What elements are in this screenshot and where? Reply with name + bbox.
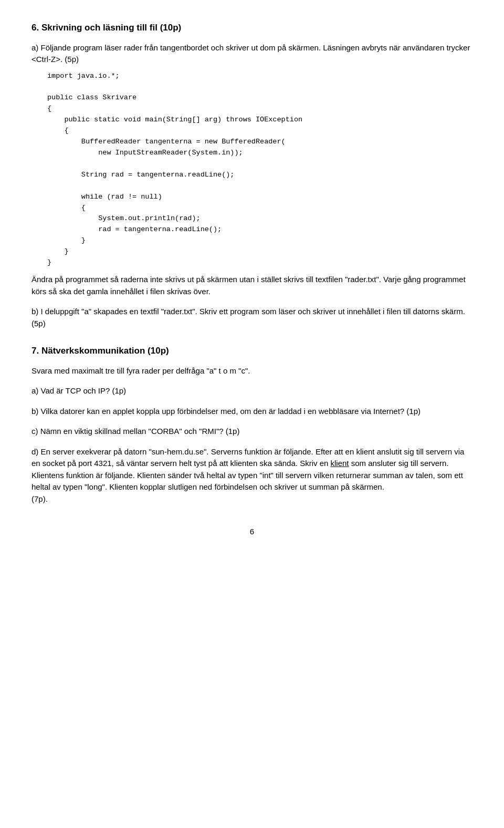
part-b-intro: b) I deluppgift "a" skapades en textfil … bbox=[32, 306, 472, 329]
part-a-desc1: Ändra på programmet så raderna inte skri… bbox=[32, 274, 472, 297]
code-block: import java.io.*; public class Skrivare … bbox=[47, 71, 472, 269]
section-7: 7. Nätverkskommunikation (10p) Svara med… bbox=[32, 344, 472, 505]
part-7c: c) Nämn en viktig skillnad mellan "CORBA… bbox=[32, 426, 472, 438]
part-7d-text: d) En server exekverar på datorn "sun-he… bbox=[32, 446, 472, 505]
part-b: b) I deluppgift "a" skapades en textfil … bbox=[32, 306, 472, 329]
part-a: a) Följande program läser rader från tan… bbox=[32, 42, 472, 298]
section-7-intro: Svara med maximalt tre till fyra rader p… bbox=[32, 365, 472, 377]
section-6: 6. Skrivning och läsning till fil (10p) … bbox=[32, 21, 472, 329]
section-6-title: 6. Skrivning och läsning till fil (10p) bbox=[32, 21, 472, 35]
part-7a: a) Vad är TCP och IP? (1p) bbox=[32, 385, 472, 397]
part-7c-text: c) Nämn en viktig skillnad mellan "CORBA… bbox=[32, 426, 472, 438]
section-7-title: 7. Nätverkskommunikation (10p) bbox=[32, 344, 472, 358]
part-7d-underline: klient bbox=[330, 459, 349, 468]
page-number: 6 bbox=[32, 526, 472, 538]
part-a-intro: a) Följande program läser rader från tan… bbox=[32, 42, 472, 66]
part-7d-points: (7p). bbox=[32, 494, 48, 503]
part-7a-text: a) Vad är TCP och IP? (1p) bbox=[32, 385, 472, 397]
part-7b: b) Vilka datorer kan en applet koppla up… bbox=[32, 406, 472, 418]
part-7b-text: b) Vilka datorer kan en applet koppla up… bbox=[32, 406, 472, 418]
part-7d: d) En server exekverar på datorn "sun-he… bbox=[32, 446, 472, 505]
